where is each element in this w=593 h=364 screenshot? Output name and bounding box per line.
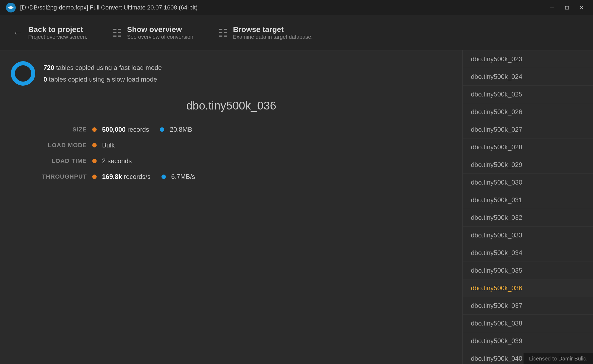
table-list-item[interactable]: dbo.tiny500k_032: [463, 209, 593, 227]
size-dot2: [160, 127, 164, 132]
overview-icon: ☷: [112, 27, 122, 39]
load-time-row: LOAD TIME 2 seconds: [27, 157, 452, 165]
table-list-item[interactable]: dbo.tiny500k_025: [463, 86, 593, 103]
table-detail: dbo.tiny500k_036 SIZE 500,000 records 20…: [11, 99, 452, 181]
back-to-project-button[interactable]: ← Back to project Project overview scree…: [8, 22, 92, 43]
throughput-dot1: [92, 175, 97, 179]
fast-label: tables copied using a fast load mode: [56, 64, 162, 71]
load-time-dot: [92, 159, 97, 163]
table-list-item[interactable]: dbo.tiny500k_034: [463, 244, 593, 262]
slow-count: 0: [43, 76, 47, 83]
maximize-button[interactable]: □: [561, 3, 573, 12]
load-mode-dot: [92, 143, 97, 147]
table-list-item[interactable]: dbo.tiny500k_036: [463, 279, 593, 297]
close-button[interactable]: ✕: [576, 3, 588, 12]
size-records-value: 500,000 records: [102, 126, 149, 133]
back-subtitle: Project overview screen.: [28, 34, 87, 40]
detail-rows: SIZE 500,000 records 20.8MB LOAD MODE Bu…: [11, 126, 452, 181]
overview-subtitle: See overview of conversion: [127, 34, 194, 40]
browse-title: Browse target: [233, 25, 313, 34]
table-list-item[interactable]: dbo.tiny500k_038: [463, 315, 593, 332]
stats-text: 720 tables copied using a fast load mode…: [43, 62, 162, 85]
size-dot1: [92, 127, 97, 132]
throughput-records-value: 169.8k records/s: [102, 173, 151, 181]
load-mode-label: LOAD MODE: [27, 142, 87, 149]
app-logo: [5, 2, 16, 13]
statusbar: Licensed to Damir Bulic.: [524, 353, 593, 364]
stats-row: 720 tables copied using a fast load mode…: [11, 61, 452, 86]
load-mode-row: LOAD MODE Bulk: [27, 141, 452, 149]
browse-icon: ☷: [218, 27, 228, 39]
table-list-item[interactable]: dbo.tiny500k_029: [463, 156, 593, 174]
fast-count: 720: [43, 64, 54, 71]
minimize-button[interactable]: ─: [546, 3, 558, 12]
throughput-mb-value: 6.7MB/s: [171, 173, 195, 181]
titlebar-controls: ─ □ ✕: [546, 3, 588, 12]
table-list-item[interactable]: dbo.tiny500k_023: [463, 50, 593, 68]
load-mode-value: Bulk: [102, 141, 115, 149]
throughput-dot2: [161, 175, 166, 179]
titlebar-left: [D:\DB\sql2pg-demo.fcpx] Full Convert Ul…: [5, 2, 198, 13]
browse-target-button[interactable]: ☷ Browse target Examine data in target d…: [214, 22, 317, 43]
size-mb-value: 20.8MB: [170, 126, 192, 133]
statusbar-text: Licensed to Damir Bulic.: [529, 356, 588, 362]
titlebar-title: [D:\DB\sql2pg-demo.fcpx] Full Convert Ul…: [20, 4, 198, 11]
back-title: Back to project: [28, 25, 87, 34]
left-panel: 720 tables copied using a fast load mode…: [0, 50, 463, 364]
size-row: SIZE 500,000 records 20.8MB: [27, 126, 452, 133]
table-list-item[interactable]: dbo.tiny500k_028: [463, 138, 593, 156]
table-list-item[interactable]: dbo.tiny500k_024: [463, 68, 593, 86]
load-time-value: 2 seconds: [102, 157, 132, 165]
progress-spinner: [11, 61, 35, 86]
table-list-item[interactable]: dbo.tiny500k_026: [463, 103, 593, 121]
table-list-item[interactable]: dbo.tiny500k_027: [463, 121, 593, 138]
size-label: SIZE: [27, 126, 87, 133]
table-list-item[interactable]: dbo.tiny500k_031: [463, 191, 593, 209]
throughput-row: THROUGHPUT 169.8k records/s 6.7MB/s: [27, 173, 452, 181]
table-list-item[interactable]: dbo.tiny500k_030: [463, 174, 593, 191]
toolbar: ← Back to project Project overview scree…: [0, 15, 593, 50]
load-time-label: LOAD TIME: [27, 157, 87, 165]
table-list-panel[interactable]: dbo.tiny500k_023dbo.tiny500k_024dbo.tiny…: [463, 50, 593, 364]
throughput-label: THROUGHPUT: [27, 173, 87, 180]
table-list-item[interactable]: dbo.tiny500k_037: [463, 297, 593, 315]
overview-title: Show overview: [127, 25, 194, 34]
back-arrow-icon: ←: [12, 27, 23, 39]
fast-load-stat: 720 tables copied using a fast load mode: [43, 62, 162, 73]
selected-table-name: dbo.tiny500k_036: [11, 99, 452, 112]
table-list-item[interactable]: dbo.tiny500k_033: [463, 227, 593, 244]
show-overview-button[interactable]: ☷ Show overview See overview of conversi…: [108, 22, 198, 43]
table-list-item[interactable]: dbo.tiny500k_035: [463, 262, 593, 279]
browse-subtitle: Examine data in target database.: [233, 34, 313, 40]
size-records-unit: records: [127, 126, 149, 133]
main-content: 720 tables copied using a fast load mode…: [0, 50, 593, 364]
titlebar: [D:\DB\sql2pg-demo.fcpx] Full Convert Ul…: [0, 0, 593, 15]
table-list-item[interactable]: dbo.tiny500k_039: [463, 332, 593, 350]
slow-label: tables copied using a slow load mode: [49, 76, 157, 83]
slow-load-stat: 0 tables copied using a slow load mode: [43, 73, 162, 85]
